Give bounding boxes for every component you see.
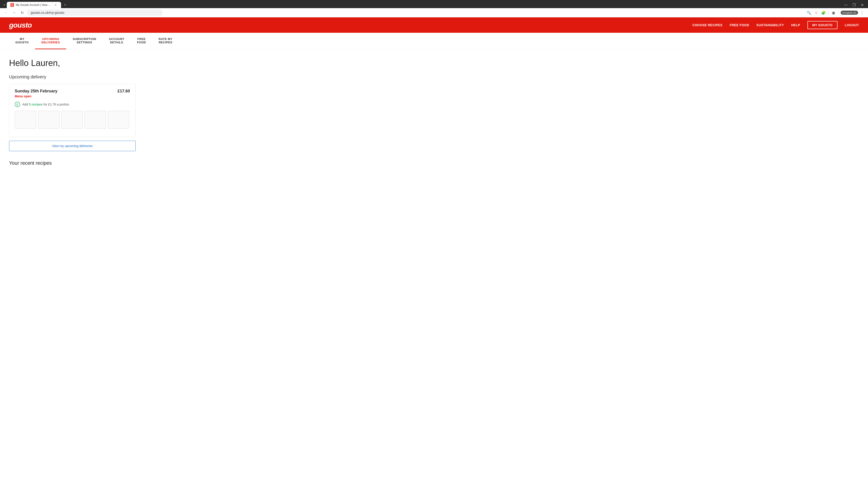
tab-close-icon[interactable]: × [54, 3, 57, 7]
sub-nav-subscription-settings[interactable]: SUBSCRIPTIONSETTINGS [66, 33, 102, 49]
recipe-placeholder-5[interactable] [108, 111, 129, 129]
sub-nav-account-details[interactable]: ACCOUNTDETAILS [103, 33, 131, 49]
sidebar-icon[interactable]: ▣ [831, 9, 837, 16]
add-recipes-icon: £ [15, 102, 20, 107]
header-nav: CHOOSE RECIPES FREE FOOD SUSTAINABILITY … [692, 21, 859, 29]
maximize-button[interactable]: ❐ [851, 2, 857, 8]
address-input[interactable] [27, 9, 163, 16]
sub-nav-my-gousto[interactable]: MYGOUSTO [9, 33, 35, 49]
recipe-placeholders [15, 111, 130, 129]
recipe-placeholder-1[interactable] [15, 111, 36, 129]
delivery-card: Sunday 25th February £17.60 Menu open £ … [9, 84, 135, 137]
minimize-button[interactable]: — [843, 2, 849, 8]
sub-nav-rate-my-recipes[interactable]: RATE MYRECIPES [152, 33, 179, 49]
extensions-icon[interactable]: 🧩 [820, 9, 827, 16]
sub-nav-upcoming-deliveries[interactable]: UPCOMINGDELIVERIES [35, 33, 66, 49]
reload-button[interactable]: ↻ [19, 9, 25, 16]
tab-favicon: G [10, 3, 14, 7]
add-recipes-text: Add 5 recipes for £1.76 a portion [22, 103, 69, 106]
site-header: gousto CHOOSE RECIPES FREE FOOD SUSTAINA… [0, 18, 868, 33]
more-icon[interactable]: ⋮ [859, 9, 865, 16]
delivery-date: Sunday 25th February [15, 89, 57, 94]
delivery-price: £17.60 [118, 89, 130, 94]
sub-nav-free-food[interactable]: FREEFOOD [131, 33, 152, 49]
view-upcoming-deliveries-button[interactable]: View my upcoming deliveries [9, 141, 135, 151]
nav-choose-recipes[interactable]: CHOOSE RECIPES [692, 23, 722, 27]
close-button[interactable]: ✕ [859, 2, 865, 8]
tab-title: My Gousto Account | View You... [16, 3, 52, 6]
forward-button[interactable]: → [11, 9, 17, 16]
logout-link[interactable]: LOGOUT [845, 23, 859, 27]
add-recipes-row: £ Add 5 recipes for £1.76 a portion [15, 102, 130, 107]
tab-dropdown-icon[interactable]: ▾ [3, 2, 6, 7]
menu-open-status: Menu open [15, 94, 130, 98]
site-logo[interactable]: gousto [9, 21, 32, 29]
search-icon[interactable]: 🔍 [806, 9, 812, 16]
nav-sustainability[interactable]: SUSTAINABILITY [756, 23, 784, 27]
recipe-count: 5 recipes [29, 103, 43, 106]
upcoming-delivery-title: Upcoming delivery [9, 74, 194, 79]
nav-help[interactable]: HELP [791, 23, 800, 27]
back-button[interactable]: ← [3, 9, 9, 16]
recipe-placeholder-3[interactable] [61, 111, 83, 129]
incognito-badge[interactable]: Incognito (2) [841, 11, 858, 15]
recipe-placeholder-4[interactable] [85, 111, 106, 129]
my-gousto-button[interactable]: MY GOUSTO [807, 21, 838, 29]
nav-free-food[interactable]: FREE FOOD [730, 23, 749, 27]
recipe-placeholder-2[interactable] [38, 111, 59, 129]
new-tab-button[interactable]: + [62, 2, 68, 8]
sub-nav: MYGOUSTO UPCOMINGDELIVERIES SUBSCRIPTION… [0, 33, 868, 49]
bookmark-icon[interactable]: ☆ [813, 9, 819, 16]
main-content: Hello Lauren, Upcoming delivery Sunday 2… [0, 49, 204, 180]
recent-recipes-title: Your recent recipes [9, 160, 194, 166]
greeting-text: Hello Lauren, [9, 58, 194, 68]
active-tab[interactable]: G My Gousto Account | View You... × [7, 2, 61, 8]
